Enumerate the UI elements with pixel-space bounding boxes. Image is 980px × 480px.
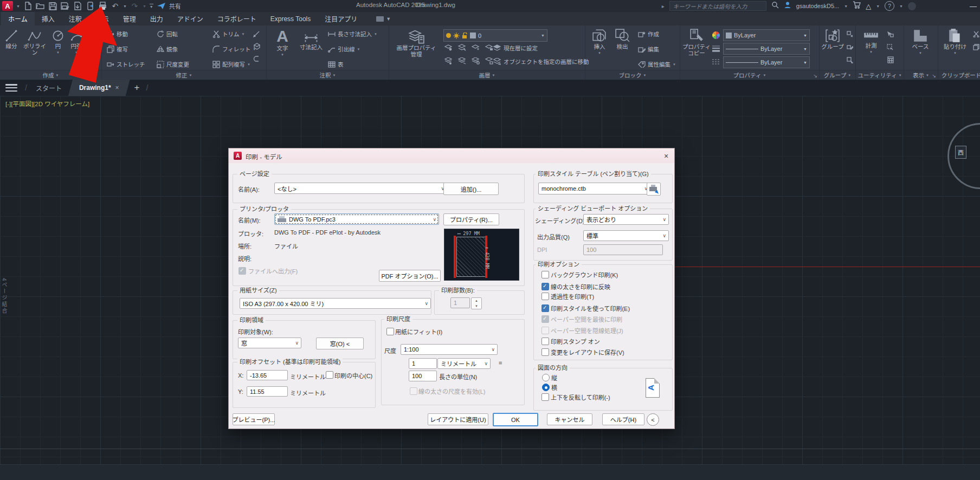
base-view-button[interactable]: ベース ▼ (908, 28, 932, 56)
layer-lock-tool-icon[interactable] (485, 43, 493, 51)
trim-flyout-icon[interactable]: ▼ (242, 33, 245, 36)
ribbon-tab-featured-apps[interactable]: 注目アプリ (318, 12, 364, 25)
line-button[interactable]: 線分 (1, 29, 22, 49)
measure-flyout-icon[interactable]: ▼ (869, 49, 873, 55)
linetype-chevron-icon[interactable]: ▼ (803, 61, 807, 64)
paper-unit-input[interactable]: 1 (409, 358, 437, 369)
paper-size-dropdown[interactable]: ISO A3 (297.00 x 420.00 ミリ)∨ (240, 298, 431, 309)
dpi-input[interactable]: 100 (583, 244, 663, 255)
new-file-icon[interactable] (23, 2, 33, 10)
save-changes-checkbox[interactable] (541, 348, 549, 356)
ungroup-icon[interactable] (846, 30, 854, 38)
quality-dropdown[interactable]: 標準∨ (583, 230, 669, 241)
pdf-options-button[interactable]: PDF オプション(O)... (379, 270, 441, 282)
panel-label-modify[interactable]: 修正▼ (102, 70, 266, 80)
view-launcher-icon[interactable]: ↘ (932, 73, 936, 79)
search-icon[interactable] (771, 1, 779, 11)
landscape-radio[interactable] (542, 384, 550, 391)
panel-label-utilities[interactable]: ユーティリティ▼ (856, 70, 904, 80)
center-plot-checkbox[interactable] (326, 371, 333, 379)
linetype-dropdown[interactable]: ByLayer ▼ (723, 56, 810, 68)
background-plot-checkbox[interactable] (541, 271, 549, 278)
ribbon-tab-collaborate[interactable]: コラボレート (210, 12, 263, 25)
block-edit-button[interactable]: 編集 (637, 45, 659, 53)
style-table-dropdown[interactable]: monochrome.ctb∨ (538, 183, 650, 194)
lineweight-chevron-icon[interactable]: ▼ (803, 47, 807, 51)
object-color-dropdown[interactable]: ByLayer ▼ (723, 29, 810, 41)
text-flyout-icon[interactable]: ▼ (281, 51, 284, 58)
select-all-icon[interactable] (886, 43, 894, 51)
layer-thaw-icon[interactable] (458, 57, 466, 65)
help-button[interactable]: ヘルプ(H) (602, 413, 644, 425)
detect-button[interactable]: 検出 (611, 28, 633, 50)
copies-spinner[interactable]: ▲▼ (471, 297, 482, 309)
help-icon[interactable]: ? (885, 1, 894, 11)
paste-button[interactable]: 貼り付け ▼ (943, 28, 968, 56)
layer-freeze-tool-icon[interactable] (472, 43, 480, 51)
save-icon[interactable] (48, 2, 57, 10)
less-options-button[interactable]: < (647, 413, 659, 426)
ribbon-display-toggle[interactable]: ▼ (376, 12, 391, 25)
measure-button[interactable]: 計測 ▼ (860, 28, 882, 55)
panel-label-layers[interactable]: 画層▼ (389, 70, 585, 80)
color-chevron-icon[interactable]: ▼ (803, 34, 807, 37)
minimize-button[interactable]: — (970, 2, 977, 10)
array-button[interactable]: 配列複写 ▼ (212, 60, 250, 68)
ribbon-tab-addins[interactable]: アドイン (170, 12, 210, 25)
cut-icon[interactable] (972, 30, 980, 38)
layer-combo[interactable]: 0 ▼ (443, 29, 547, 42)
text-button[interactable]: A 文字 ▼ (271, 28, 294, 58)
signed-in-user[interactable]: gsautodeskD5... (796, 3, 840, 9)
linear-flyout-icon[interactable]: ▼ (374, 33, 377, 36)
explode-icon[interactable] (253, 42, 261, 50)
panel-label-group[interactable]: グループ▼ (820, 70, 855, 80)
viewcube-west-label[interactable]: 西 (955, 146, 966, 159)
upside-down-checkbox[interactable] (541, 393, 549, 401)
insert-flyout-icon[interactable]: ▼ (598, 50, 601, 56)
ribbon-tab-insert[interactable]: 挿入 (35, 12, 62, 25)
trim-button[interactable]: トリム ▼ (212, 30, 244, 38)
match-properties-button[interactable]: プロパティ コピー (682, 28, 711, 56)
ok-button[interactable]: OK (493, 413, 538, 426)
ribbon-tab-home[interactable]: ホーム (1, 12, 35, 25)
search-input[interactable]: キーワードまたは語句を入力 (669, 1, 766, 11)
add-pagesetup-button[interactable]: 追加()... (443, 183, 499, 195)
group-button[interactable]: グループ (821, 28, 844, 50)
plot-stamp-checkbox[interactable] (541, 338, 549, 345)
portrait-radio[interactable] (542, 374, 550, 381)
assistant-icon[interactable] (908, 2, 916, 10)
panel-label-view[interactable]: 表示▼↘ (904, 70, 938, 80)
printer-name-dropdown[interactable]: DWG To PDF.pc3∨ (274, 213, 439, 225)
dimension-button[interactable]: 寸法記入 (297, 29, 325, 50)
help-menu-chevron-icon[interactable]: ▼ (899, 4, 903, 8)
drawing-unit-input[interactable]: 100 (409, 371, 437, 381)
open-folder-icon[interactable] (36, 2, 45, 10)
properties-launcher-icon[interactable]: ↘ (813, 73, 817, 79)
fillet-button[interactable]: フィレット ▼ (212, 45, 256, 53)
autodesk-logo-icon[interactable]: △ (866, 2, 871, 10)
cancel-button[interactable]: キャンセル (547, 413, 592, 425)
fit-to-paper-checkbox[interactable] (386, 328, 394, 335)
menu-icon[interactable] (5, 84, 17, 92)
hide-paperspace-checkbox[interactable] (541, 327, 549, 334)
polyline-button[interactable]: ポリライン (22, 29, 48, 56)
erase-icon[interactable] (253, 30, 261, 38)
tab-start[interactable]: スタート (29, 80, 68, 96)
paste-flyout-icon[interactable]: ▼ (953, 50, 957, 56)
scale-button[interactable]: 尺度変更 (156, 60, 189, 68)
plot-to-file-checkbox[interactable] (238, 267, 246, 275)
leader-flyout-icon[interactable]: ▼ (357, 48, 360, 51)
expand-arrow-icon[interactable]: ▸ (662, 3, 665, 9)
insert-block-button[interactable]: 挿入 ▼ (589, 28, 610, 56)
save-as-icon[interactable] (61, 2, 70, 10)
copy-clip-icon[interactable] (972, 43, 980, 51)
plot-what-dropdown[interactable]: 窓∨ (238, 338, 301, 348)
layer-unlock-tool-icon[interactable] (485, 57, 493, 65)
join-icon[interactable] (253, 55, 261, 63)
ribbon-tab-express-tools[interactable]: Express Tools (263, 12, 318, 25)
set-current-layer-button[interactable]: 現在層に設定 (493, 44, 538, 52)
left-palette-tab[interactable]: 4ページ結合 (0, 278, 8, 315)
plot-with-styles-checkbox[interactable] (541, 304, 549, 312)
lineweight-dropdown[interactable]: ByLayer ▼ (723, 43, 810, 55)
scale-dropdown[interactable]: 1:100∨ (401, 344, 498, 355)
